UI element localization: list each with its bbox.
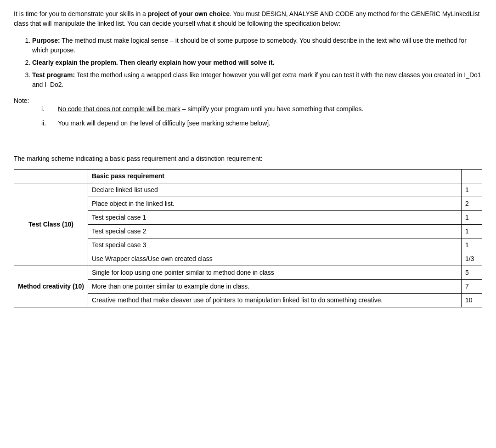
table-row: Method creativity (10) Single for loop u… [14, 266, 482, 280]
test-class-row5-score: 1 [462, 238, 482, 252]
marking-intro: The marking scheme indicating a basic pa… [14, 154, 482, 164]
note-2: ii. You mark will depend on the level of… [41, 119, 482, 128]
header-col2: Basic pass requirement [88, 170, 461, 183]
note-1-text: No code that does not compile will be ma… [58, 104, 363, 114]
test-class-row3-score: 1 [462, 211, 482, 225]
test-class-row3-desc: Test special case 1 [88, 211, 461, 225]
intro-paragraph: It is time for you to demonstrate your s… [14, 9, 482, 28]
test-class-row1-desc: Declare linked list used [88, 183, 461, 197]
header-col1 [14, 170, 88, 183]
requirements-list: Purpose: The method must make logical se… [32, 36, 482, 90]
main-content: It is time for you to demonstrate your s… [14, 9, 482, 307]
note-numeral-1: i. [41, 104, 51, 114]
requirement-3: Test program: Test the method using a wr… [32, 70, 482, 90]
req1-label: Purpose: [32, 37, 60, 44]
test-class-row2-desc: Place object in the linked list. [88, 197, 461, 211]
test-class-row1-score: 1 [462, 183, 482, 197]
method-row1-score: 5 [462, 266, 482, 280]
note-2-text: You mark will depend on the level of dif… [58, 119, 271, 128]
requirement-2: Clearly explain the proplem. Then clearl… [32, 58, 482, 68]
req3-label: Test program: [32, 71, 75, 79]
test-class-header: Test Class (10) [14, 183, 88, 266]
note-section: Note: i. No code that does not compile w… [14, 97, 482, 128]
method-row2-desc: More than one pointer similar to example… [88, 280, 461, 294]
method-row2-score: 7 [462, 280, 482, 294]
test-class-row4-score: 1 [462, 225, 482, 238]
method-creativity-header: Method creativity (10) [14, 266, 88, 307]
marking-table: Basic pass requirement Test Class (10) D… [14, 169, 482, 307]
test-class-row6-score: 1/3 [462, 252, 482, 266]
method-row3-desc: Creative method that make cleaver use of… [88, 294, 461, 307]
note-label: Note: [14, 97, 482, 104]
note-1: i. No code that does not compile will be… [41, 104, 482, 114]
notes-list: i. No code that does not compile will be… [41, 104, 482, 128]
table-row: Test Class (10) Declare linked list used… [14, 183, 482, 197]
test-class-row5-desc: Test special case 3 [88, 238, 461, 252]
note-1-underlined: No code that does not compile will be ma… [58, 105, 180, 113]
test-class-row4-desc: Test special case 2 [88, 225, 461, 238]
test-class-row2-score: 2 [462, 197, 482, 211]
method-row3-score: 10 [462, 294, 482, 307]
note-numeral-2: ii. [41, 119, 51, 128]
requirement-1: Purpose: The method must make logical se… [32, 36, 482, 55]
method-row1-desc: Single for loop using one pointer simila… [88, 266, 461, 280]
test-class-row6-desc: Use Wrapper class/Use own created class [88, 252, 461, 266]
table-header-row: Basic pass requirement [14, 170, 482, 183]
header-col3 [462, 170, 482, 183]
